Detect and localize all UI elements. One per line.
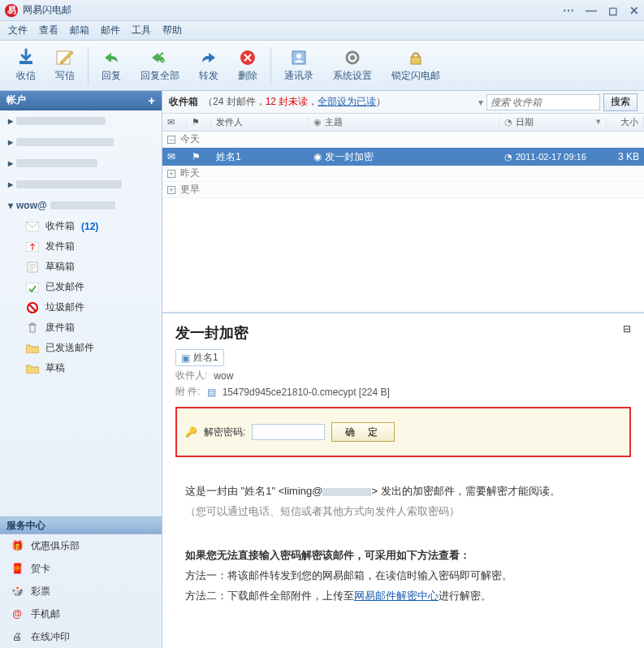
attachment-link[interactable]: 15479d945ce21810-0.cmecypt [224 B] [223,387,390,398]
outbox-icon [26,241,39,253]
col-from[interactable]: 发件人 [211,116,309,128]
at-icon: @ [10,607,24,621]
svg-rect-7 [411,57,421,64]
folder-drafts[interactable]: 草稿 [26,358,162,378]
sent-icon [26,282,39,293]
service-center-header: 服务中心 [0,516,162,534]
search-button[interactable]: 搜索 [603,93,638,111]
delete-icon [238,48,257,67]
account-collapsed[interactable]: ▸ [0,153,162,174]
folder-name: 收件箱 [169,95,198,109]
compose-button[interactable]: 写信 [45,45,84,86]
preview-pane: ⊟ 发一封加密 ▣ 姓名1 收件人:wow 附 件: ▤ 15479d945ce… [162,312,644,648]
dropdown-icon[interactable]: ▾ [478,97,483,108]
folder-outbox[interactable]: 发件箱 [26,236,162,257]
close-icon[interactable]: ✕ [629,4,639,17]
inbox-icon [26,221,39,232]
menu-file[interactable]: 文件 [8,24,28,37]
sidebar: 帐户 + ▸ ▸ ▸ ▸ ▾wow@ 收件箱 (12) 发件箱 [0,91,162,648]
svc-print[interactable]: 🖨在线冲印 [0,625,162,648]
preview-body: 这是一封由 "姓名1" <liming@> 发出的加密邮件，需要解密才能阅读。 … [175,482,631,606]
forward-button[interactable]: 转发 [189,45,228,86]
account-collapsed[interactable]: ▸ [0,174,162,195]
menu-tools[interactable]: 工具 [132,24,151,37]
sender-card[interactable]: ▣ 姓名1 [175,349,224,366]
menu-mail[interactable]: 邮件 [101,24,120,37]
folder-sent[interactable]: 已发邮件 [26,277,162,297]
group-today[interactable]: −今天 [162,132,644,148]
lock-button[interactable]: 锁定闪电邮 [382,45,450,86]
list-header: 收件箱 （24 封邮件，12 封未读，全部设为已读） ▾ 搜索 [162,91,644,114]
feedback-icon[interactable]: ⋯ [563,4,574,17]
folder-spam[interactable]: 垃圾邮件 [26,297,162,318]
column-headers: ✉ ⚑ 发件人 ◉主题 ◔日期▾ 大小 [162,114,644,132]
add-account-icon[interactable]: + [148,93,155,107]
reply-all-icon [150,48,170,67]
contacts-button[interactable]: 通讯录 [274,45,323,86]
decrypt-box: 🔑 解密密码: 确 定 [175,407,631,457]
col-size[interactable]: 大小 [607,116,644,128]
gift-icon: 🎁 [10,538,24,553]
svc-card[interactable]: 🧧贺卡 [0,557,162,580]
folder-icon [26,363,39,374]
decrypt-label: 解密密码: [204,426,245,439]
svg-point-4 [296,54,301,58]
folder-sent-mail[interactable]: 已发送邮件 [26,338,162,358]
draft-icon [26,261,39,273]
preview-subject: 发一封加密 [175,323,631,343]
expand-toggle-icon[interactable]: ⊟ [623,323,631,335]
search-input[interactable] [486,94,600,110]
col-subject[interactable]: ◉主题 [309,116,499,128]
col-date[interactable]: ◔日期▾ [499,116,607,128]
svc-mobile[interactable]: @手机邮 [0,603,162,625]
trash-icon [26,322,39,334]
svc-lotto[interactable]: 🎲彩票 [0,580,162,603]
content-area: 收件箱 （24 封邮件，12 封未读，全部设为已读） ▾ 搜索 ✉ ⚑ 发件人 … [162,91,644,648]
maximize-icon[interactable]: ◻ [608,4,618,17]
col-icon[interactable]: ✉ [162,117,187,127]
spam-icon [26,302,39,313]
col-flag[interactable]: ⚑ [187,117,211,127]
app-logo-icon: 易 [5,4,18,17]
menu-view[interactable]: 查看 [39,24,58,37]
forward-icon [199,48,218,67]
delete-button[interactable]: 删除 [228,45,267,86]
decrypt-button[interactable]: 确 定 [331,422,394,442]
contacts-icon [289,48,309,67]
account-collapsed[interactable]: ▸ [0,132,162,153]
svg-rect-0 [19,61,32,64]
minimize-icon[interactable]: — [586,4,597,17]
menu-mailbox[interactable]: 邮箱 [70,24,89,37]
person-icon: ▣ [181,352,190,364]
lock-icon [406,48,426,67]
folder-inbox[interactable]: 收件箱 (12) [26,216,162,236]
window-title: 网易闪电邮 [23,3,563,17]
mail-row[interactable]: ✉ ⚑ 姓名1 ◉发一封加密 ◔2011-02-17 09:16 3 KB [162,148,644,166]
folder-draft[interactable]: 草稿箱 [26,257,162,277]
key-icon: 🔑 [185,426,197,438]
settings-button[interactable]: 系统设置 [323,45,382,86]
flag-icon: ⚑ [187,151,211,162]
folder-trash[interactable]: 废件箱 [26,318,162,338]
reply-all-button[interactable]: 回复全部 [131,45,189,86]
card-icon: 🧧 [10,561,24,576]
printer-icon: 🖨 [10,629,24,644]
svg-point-6 [350,55,355,60]
account-collapsed[interactable]: ▸ [0,110,162,132]
menu-bar: 文件 查看 邮箱 邮件 工具 帮助 [0,21,644,41]
download-icon [16,48,36,67]
mark-all-read[interactable]: 全部设为已读 [318,96,376,107]
decrypt-input[interactable] [252,424,325,440]
svc-club[interactable]: 🎁优惠俱乐部 [0,534,162,557]
receive-button[interactable]: 收信 [6,45,45,86]
preview-to: wow [214,370,233,382]
group-yesterday[interactable]: +昨天 [162,166,644,182]
account-expanded[interactable]: ▾wow@ [0,195,162,216]
reply-icon [102,48,121,67]
group-earlier[interactable]: +更早 [162,182,644,198]
lotto-icon: 🎲 [10,584,24,598]
menu-help[interactable]: 帮助 [162,24,182,37]
decrypt-center-link[interactable]: 网易邮件解密中心 [354,590,439,602]
reply-button[interactable]: 回复 [92,45,131,86]
folder-icon [26,343,39,354]
